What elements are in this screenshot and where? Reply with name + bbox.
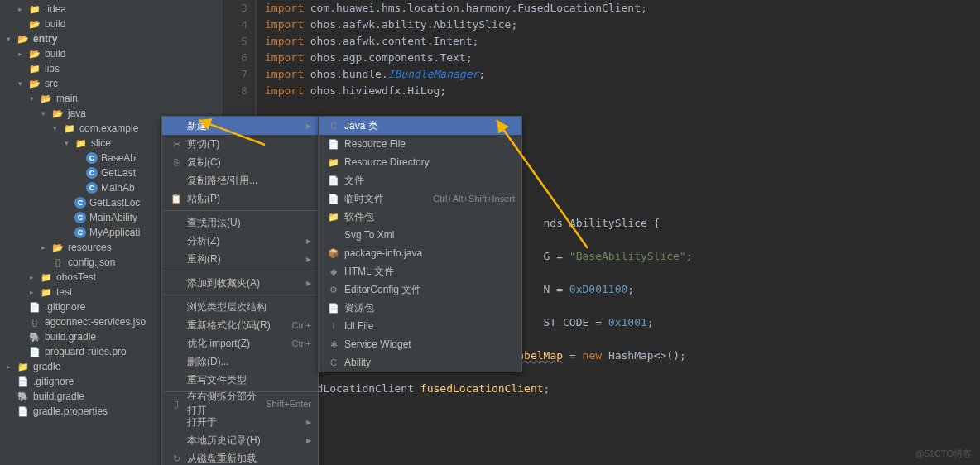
tree-label: gradle (33, 361, 60, 372)
menu-item[interactable]: 添加到收藏夹(A)▸ (162, 274, 318, 292)
tree-item[interactable]: 📂build (0, 17, 223, 31)
tree-label: resources (68, 242, 112, 253)
folder-icon: 📁 (28, 2, 41, 16)
menu-icon: 📦 (326, 248, 341, 259)
expand-arrow[interactable]: ▸ (30, 273, 38, 281)
menu-item[interactable]: ⎘复制(C) (162, 153, 318, 171)
menu-separator (162, 295, 318, 295)
expand-arrow[interactable]: ▸ (18, 5, 26, 13)
file-icon: 📄 (28, 300, 41, 314)
json-icon: {} (51, 256, 65, 269)
folder-icon: 📁 (40, 285, 53, 299)
expand-arrow[interactable]: ▾ (30, 94, 38, 103)
menu-item[interactable]: ✱Service Widget (319, 335, 521, 353)
menu-item[interactable]: Svg To Xml (319, 226, 521, 244)
line-number: 3 (223, 0, 256, 17)
menu-label: 重写文件类型 (187, 373, 311, 387)
new-submenu[interactable]: CJava 类📄Resource File📁Resource Directory… (319, 116, 522, 372)
submenu-arrow: ▸ (306, 416, 311, 428)
menu-label: package-info.java (344, 247, 515, 259)
class-icon: C (74, 197, 86, 209)
menu-separator (162, 271, 318, 271)
menu-item[interactable]: 查找用法(U) (162, 213, 318, 232)
menu-item[interactable]: 重写文件类型 (162, 371, 318, 389)
class-icon: C (74, 227, 86, 238)
expand-arrow[interactable]: ▾ (7, 35, 15, 43)
expand-arrow[interactable]: ▸ (30, 288, 38, 296)
expand-arrow[interactable]: ▸ (18, 50, 26, 58)
menu-item[interactable]: ◆HTML 文件 (319, 262, 521, 280)
menu-label: HTML 文件 (344, 265, 515, 279)
menu-item[interactable]: 重构(R)▸ (162, 250, 318, 268)
line-number: 4 (223, 17, 256, 33)
expand-arrow[interactable]: ▸ (41, 243, 50, 252)
tree-label: libs (45, 63, 60, 74)
menu-item[interactable]: 新建▸ (162, 117, 318, 135)
menu-item[interactable]: 复制路径/引用... (162, 171, 318, 189)
menu-item[interactable]: ✂剪切(T) (162, 135, 318, 153)
folder-icon: 📁 (74, 137, 88, 150)
menu-item[interactable]: ↻从磁盘重新加载 (162, 449, 318, 465)
tree-label: slice (91, 137, 111, 149)
menu-item[interactable]: 📄临时文件Ctrl+Alt+Shift+Insert (319, 189, 521, 208)
tree-item[interactable]: ▸📁.idea (0, 2, 223, 17)
tree-item[interactable]: ▾📂entry (0, 31, 223, 46)
menu-item[interactable]: 浏览类型层次结构 (162, 298, 318, 316)
menu-item[interactable]: 分析(Z)▸ (162, 232, 318, 250)
expand-arrow[interactable]: ▾ (18, 79, 26, 88)
menu-item[interactable]: 删除(D)... (162, 352, 318, 371)
tree-item[interactable]: ▸📂build (0, 46, 223, 61)
expand-arrow[interactable]: ▾ (53, 124, 61, 132)
menu-icon: C (326, 121, 341, 131)
menu-item[interactable]: 📋粘贴(P) (162, 189, 318, 208)
menu-icon: C (326, 357, 341, 367)
menu-icon: ⚙ (326, 285, 341, 295)
gradle-icon: 🐘 (28, 330, 41, 343)
folder-icon: 📂 (28, 17, 41, 31)
menu-label: 粘贴(P) (187, 192, 311, 206)
menu-item[interactable]: 打开于▸ (162, 413, 318, 431)
tree-label: config.json (68, 256, 115, 268)
tree-label: src (45, 78, 58, 89)
tree-item[interactable]: ▾📂src (0, 76, 223, 91)
tree-label: entry (33, 33, 57, 45)
tree-item[interactable]: ▾📂main (0, 91, 223, 106)
tree-label: com.example (79, 122, 138, 134)
menu-label: 查找用法(U) (187, 216, 311, 230)
menu-item[interactable]: 本地历史记录(H)▸ (162, 431, 318, 449)
menu-icon: ✱ (326, 339, 341, 350)
menu-item[interactable]: ▯在右侧拆分部分打开Shift+Enter (162, 395, 318, 413)
tree-label: ohosTest (56, 271, 96, 283)
menu-item[interactable]: IIdl File (319, 317, 521, 335)
menu-label: Resource Directory (344, 156, 515, 168)
menu-label: 复制路径/引用... (187, 174, 311, 188)
menu-icon: ▯ (169, 399, 184, 410)
menu-item[interactable]: CAbility (319, 353, 521, 372)
menu-item[interactable]: ⚙EditorConfig 文件 (319, 280, 521, 299)
menu-icon: 📁 (326, 212, 341, 223)
code-line: import ohos.bundle.IBundleManager; (265, 66, 980, 83)
line-number: 7 (223, 66, 256, 83)
expand-arrow[interactable]: ▾ (65, 139, 73, 147)
context-menu[interactable]: 新建▸✂剪切(T)⎘复制(C)复制路径/引用...📋粘贴(P)查找用法(U)分析… (161, 116, 319, 465)
menu-label: Service Widget (344, 338, 515, 350)
menu-item[interactable]: 优化 import(Z)Ctrl+ (162, 334, 318, 352)
menu-item[interactable]: 重新格式化代码(R)Ctrl+ (162, 316, 318, 334)
menu-item[interactable]: CJava 类 (319, 117, 521, 135)
menu-item[interactable]: 📁软件包 (319, 208, 521, 226)
gradle-icon: 🐘 (17, 390, 30, 403)
menu-item[interactable]: 📄Resource File (319, 135, 521, 153)
menu-item[interactable]: 📁Resource Directory (319, 153, 521, 171)
tree-item[interactable]: 📁libs (0, 61, 223, 76)
tree-label: build.gradle (45, 331, 96, 343)
expand-arrow[interactable]: ▾ (41, 109, 50, 117)
menu-icon: I (326, 321, 341, 331)
menu-item[interactable]: 📦package-info.java (319, 244, 521, 262)
tree-label: main (56, 93, 78, 104)
menu-label: 分析(Z) (187, 234, 306, 248)
menu-label: 剪切(T) (187, 137, 311, 151)
tree-label: MyApplicati (89, 227, 140, 238)
menu-item[interactable]: 📄资源包 (319, 299, 521, 317)
expand-arrow[interactable]: ▸ (7, 362, 15, 371)
menu-item[interactable]: 📄文件 (319, 171, 521, 189)
